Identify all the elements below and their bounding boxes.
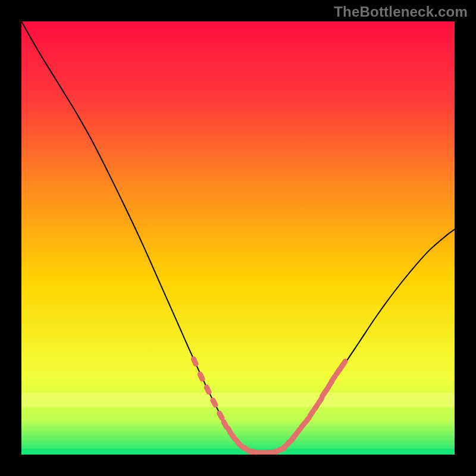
band-yellow [21, 393, 455, 407]
band-green [21, 449, 455, 455]
chart-frame: TheBottleneck.com [0, 0, 476, 476]
watermark-label: TheBottleneck.com [334, 4, 468, 20]
gradient-background [21, 21, 455, 455]
plot-area [21, 21, 455, 455]
chart-svg [21, 21, 455, 455]
